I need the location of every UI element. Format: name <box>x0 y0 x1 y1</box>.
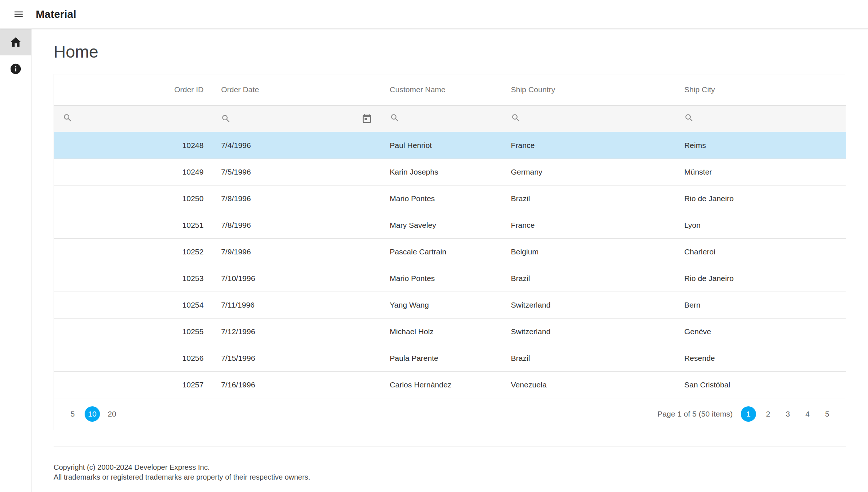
page-size-5[interactable]: 5 <box>65 406 80 422</box>
cell-order-id: 10252 <box>54 238 212 265</box>
cell-ship-city: Rio de Janeiro <box>675 185 846 212</box>
sidebar <box>0 29 32 492</box>
cell-ship-city: Charleroi <box>675 238 846 265</box>
search-icon <box>684 113 694 123</box>
pager: 51020 Page 1 of 5 (50 items) 12345 <box>54 398 846 430</box>
cell-customer-name: Pascale Cartrain <box>381 238 502 265</box>
table-row[interactable]: 102537/10/1996Mario PontesBrazilRio de J… <box>54 265 846 292</box>
cell-ship-country: France <box>502 132 675 159</box>
table-row[interactable]: 102547/11/1996Yang WangSwitzerlandBern <box>54 292 846 318</box>
cell-ship-city: San Cristóbal <box>675 371 846 398</box>
table-row[interactable]: 102557/12/1996Michael HolzSwitzerlandGen… <box>54 318 846 345</box>
footer-trademark-line: All trademarks or registered trademarks … <box>54 472 846 482</box>
header-row: Order ID Order Date Customer Name Ship C… <box>54 74 846 105</box>
cell-customer-name: Michael Holz <box>381 318 502 345</box>
cell-customer-name: Yang Wang <box>381 292 502 318</box>
pager-info: Page 1 of 5 (50 items) <box>657 410 733 418</box>
filter-cell-ship-country[interactable] <box>502 105 675 132</box>
footer: Copyright (c) 2000-2024 Developer Expres… <box>54 446 846 482</box>
cell-order-id: 10253 <box>54 265 212 292</box>
app-root: Material Home <box>0 0 868 492</box>
main-layout: Home Order ID Order Date Customer Name S… <box>0 29 868 492</box>
cell-order-date: 7/12/1996 <box>212 318 381 345</box>
cell-order-id: 10256 <box>54 345 212 371</box>
cell-ship-city: Bern <box>675 292 846 318</box>
cell-ship-country: France <box>502 212 675 238</box>
sidebar-item-home[interactable] <box>0 29 31 55</box>
cell-order-date: 7/9/1996 <box>212 238 381 265</box>
page-number-3[interactable]: 3 <box>780 406 795 422</box>
column-header-order-date[interactable]: Order Date <box>212 74 381 105</box>
cell-ship-city: Genève <box>675 318 846 345</box>
pager-right: Page 1 of 5 (50 items) 12345 <box>657 406 837 422</box>
cell-order-id: 10250 <box>54 185 212 212</box>
cell-order-date: 7/16/1996 <box>212 371 381 398</box>
cell-customer-name: Carlos Hernández <box>381 371 502 398</box>
page-size-selector: 51020 <box>63 406 122 422</box>
cell-order-date: 7/11/1996 <box>212 292 381 318</box>
cell-order-id: 10248 <box>54 132 212 159</box>
table-row[interactable]: 102527/9/1996Pascale CartrainBelgiumChar… <box>54 238 846 265</box>
column-header-ship-country[interactable]: Ship Country <box>502 74 675 105</box>
table-row[interactable]: 102497/5/1996Karin JosephsGermanyMünster <box>54 159 846 185</box>
cell-order-id: 10255 <box>54 318 212 345</box>
filter-cell-customer-name[interactable] <box>381 105 502 132</box>
data-grid: Order ID Order Date Customer Name Ship C… <box>54 74 846 430</box>
page-number-5[interactable]: 5 <box>819 406 835 422</box>
cell-customer-name: Mary Saveley <box>381 212 502 238</box>
cell-ship-city: Rio de Janeiro <box>675 265 846 292</box>
home-icon <box>9 36 22 49</box>
main-content: Home Order ID Order Date Customer Name S… <box>32 29 868 492</box>
cell-ship-country: Belgium <box>502 238 675 265</box>
page-numbers: 12345 <box>739 406 837 422</box>
cell-customer-name: Paul Henriot <box>381 132 502 159</box>
page-number-4[interactable]: 4 <box>800 406 815 422</box>
cell-ship-country: Brazil <box>502 265 675 292</box>
grid-body: 102487/4/1996Paul HenriotFranceReims1024… <box>54 132 846 398</box>
filter-cell-order-id[interactable] <box>54 105 212 132</box>
cell-customer-name: Karin Josephs <box>381 159 502 185</box>
table-row[interactable]: 102487/4/1996Paul HenriotFranceReims <box>54 132 846 159</box>
filter-row <box>54 105 846 132</box>
cell-ship-country: Switzerland <box>502 292 675 318</box>
cell-order-date: 7/15/1996 <box>212 345 381 371</box>
cell-order-date: 7/4/1996 <box>212 132 381 159</box>
search-icon <box>63 113 73 123</box>
cell-order-id: 10249 <box>54 159 212 185</box>
sidebar-item-about[interactable] <box>0 55 31 82</box>
cell-customer-name: Paula Parente <box>381 345 502 371</box>
column-header-order-id[interactable]: Order ID <box>54 74 212 105</box>
cell-ship-city: Reims <box>675 132 846 159</box>
table-row[interactable]: 102567/15/1996Paula ParenteBrazilResende <box>54 345 846 371</box>
table-row[interactable]: 102577/16/1996Carlos HernándezVenezuelaS… <box>54 371 846 398</box>
hamburger-icon <box>13 9 24 20</box>
cell-ship-city: Resende <box>675 345 846 371</box>
cell-order-date: 7/10/1996 <box>212 265 381 292</box>
filter-cell-ship-city[interactable] <box>675 105 846 132</box>
table-row[interactable]: 102517/8/1996Mary SaveleyFranceLyon <box>54 212 846 238</box>
orders-table: Order ID Order Date Customer Name Ship C… <box>54 74 846 398</box>
footer-copyright-line: Copyright (c) 2000-2024 Developer Expres… <box>54 462 846 472</box>
column-header-ship-city[interactable]: Ship City <box>675 74 846 105</box>
menu-button[interactable] <box>11 7 26 22</box>
page-number-1[interactable]: 1 <box>741 406 756 422</box>
calendar-icon[interactable] <box>361 113 372 124</box>
table-row[interactable]: 102507/8/1996Mario PontesBrazilRio de Ja… <box>54 185 846 212</box>
column-header-customer-name[interactable]: Customer Name <box>381 74 502 105</box>
cell-ship-city: Münster <box>675 159 846 185</box>
cell-order-date: 7/8/1996 <box>212 212 381 238</box>
cell-order-date: 7/5/1996 <box>212 159 381 185</box>
page-size-10[interactable]: 10 <box>85 406 100 422</box>
app-title: Material <box>36 8 76 20</box>
page-size-20[interactable]: 20 <box>104 406 120 422</box>
search-icon <box>390 113 400 123</box>
info-icon <box>9 63 22 75</box>
cell-ship-country: Brazil <box>502 345 675 371</box>
cell-order-id: 10257 <box>54 371 212 398</box>
search-icon <box>221 114 231 124</box>
app-bar: Material <box>0 0 868 29</box>
page-number-2[interactable]: 2 <box>760 406 776 422</box>
cell-order-id: 10251 <box>54 212 212 238</box>
filter-cell-order-date[interactable] <box>212 105 381 132</box>
cell-customer-name: Mario Pontes <box>381 265 502 292</box>
